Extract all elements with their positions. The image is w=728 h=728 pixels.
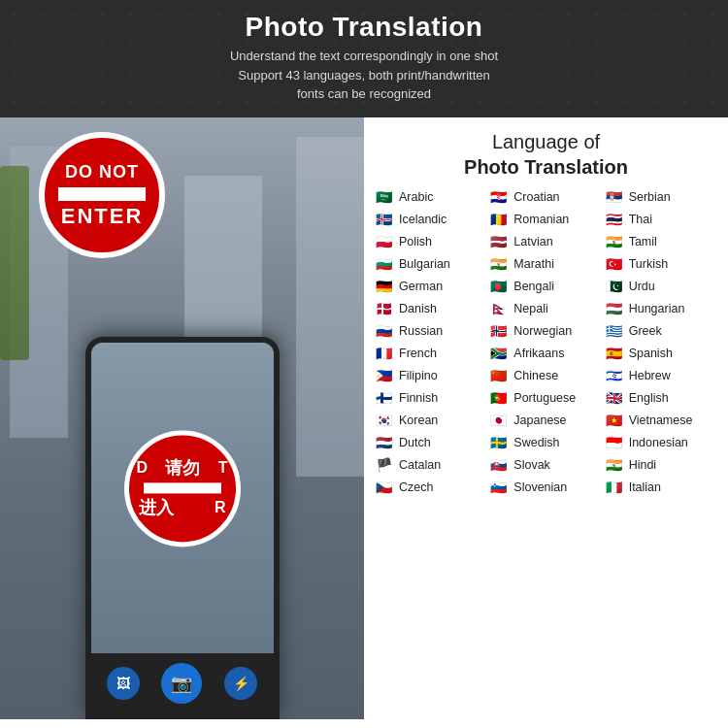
phone-char-t: T — [218, 459, 228, 477]
lang-name: Slovenian — [513, 480, 567, 494]
lang-item-slovak: 🇸🇰Slovak — [488, 455, 603, 475]
lang-item-chinese: 🇨🇳Chinese — [488, 366, 603, 385]
left-panel: DO NOT ENTER — [0, 117, 364, 719]
lang-name: Greek — [629, 324, 662, 338]
lightning-button[interactable]: ⚡ — [224, 667, 257, 700]
phone-sign: D 请勿 T 进入 R — [124, 430, 241, 546]
lang-name: Marathi — [513, 257, 554, 271]
lang-item-japanese: 🇯🇵Japanese — [488, 411, 603, 430]
camera-button[interactable]: 📷 — [161, 663, 202, 704]
lang-item-bengali: 🇧🇩Bengali — [488, 277, 603, 296]
lang-item-hungarian: 🇭🇺Hungarian — [604, 299, 718, 318]
street-background: DO NOT ENTER — [0, 117, 364, 719]
header: Photo Translation Understand the text co… — [0, 0, 728, 117]
lang-item-danish: 🇩🇰Danish — [374, 299, 488, 318]
lang-name: English — [629, 391, 669, 405]
flag-vietnamese: 🇻🇳 — [606, 414, 625, 427]
lang-name: Dutch — [399, 436, 431, 449]
lang-item-catalan: 🏴Catalan — [374, 455, 488, 475]
flag-slovenian: 🇸🇮 — [490, 480, 510, 494]
do-not-enter-sign: DO NOT ENTER — [39, 132, 165, 258]
main-content: DO NOT ENTER — [0, 117, 728, 719]
lang-name: Nepali — [513, 302, 547, 315]
flag-italian: 🇮🇹 — [606, 480, 625, 494]
lang-item-polish: 🇵🇱Polish — [374, 232, 488, 251]
lang-item-hebrew: 🇮🇱Hebrew — [604, 366, 718, 385]
language-grid: 🇸🇦Arabic🇭🇷Croatian🇷🇸Serbian🇮🇸Icelandic🇷🇴… — [374, 187, 718, 497]
lang-item-greek: 🇬🇷Greek — [604, 321, 718, 341]
flag-indonesian: 🇮🇩 — [606, 436, 625, 449]
right-panel: Language of Photo Translation 🇸🇦Arabic🇭🇷… — [364, 117, 728, 719]
flag-english: 🇬🇧 — [606, 391, 625, 405]
phone-controls: 🖼 📷 ⚡ — [91, 653, 274, 713]
flag-chinese: 🇨🇳 — [490, 369, 510, 382]
phone-white-bar — [144, 482, 221, 493]
lang-name: Urdu — [629, 280, 655, 293]
lang-name: Bengali — [513, 280, 554, 293]
flag-afrikaans: 🇿🇦 — [490, 347, 510, 360]
lang-name: Italian — [629, 480, 661, 494]
flag-croatian: 🇭🇷 — [490, 190, 510, 204]
flag-dutch: 🇳🇱 — [376, 436, 395, 449]
lang-name: Bulgarian — [399, 257, 450, 271]
flag-german: 🇩🇪 — [376, 280, 395, 293]
flag-russian: 🇷🇺 — [376, 324, 395, 338]
lang-name: Hungarian — [629, 302, 685, 315]
lang-item-norwegian: 🇳🇴Norwegian — [488, 321, 603, 341]
lang-item-thai: 🇹🇭Thai — [604, 210, 718, 229]
lang-name: Serbian — [629, 190, 671, 204]
lang-name: Vietnamese — [629, 414, 693, 427]
lang-name: Czech — [399, 480, 433, 494]
flag-turkish: 🇹🇷 — [606, 257, 625, 271]
lang-item-english: 🇬🇧English — [604, 388, 718, 408]
lang-name: Norwegian — [513, 324, 572, 338]
lang-item-marathi: 🇮🇳Marathi — [488, 254, 603, 274]
flag-tamil: 🇮🇳 — [606, 235, 625, 248]
phone-device: D 请勿 T 进入 R — [85, 337, 280, 719]
lang-name: Tamil — [629, 235, 657, 248]
lang-item-hindi: 🇮🇳Hindi — [604, 455, 718, 475]
gallery-button[interactable]: 🖼 — [107, 667, 140, 700]
lang-name: Catalan — [399, 458, 441, 472]
lang-item-filipino: 🇵🇭Filipino — [374, 366, 488, 385]
lang-item-swedish: 🇸🇪Swedish — [488, 433, 603, 452]
lang-name: Hebrew — [629, 369, 671, 382]
lang-item-serbian: 🇷🇸Serbian — [604, 187, 718, 207]
lang-item-russian: 🇷🇺Russian — [374, 321, 488, 341]
flag-catalan: 🏴 — [376, 458, 395, 472]
lang-name: Chinese — [513, 369, 558, 382]
lang-item-afrikaans: 🇿🇦Afrikaans — [488, 344, 603, 363]
lang-item-urdu: 🇵🇰Urdu — [604, 277, 718, 296]
flag-japanese: 🇯🇵 — [490, 414, 510, 427]
phone-char-d: D — [137, 459, 149, 477]
lang-item-romanian: 🇷🇴Romanian — [488, 210, 603, 229]
flag-urdu: 🇵🇰 — [606, 280, 625, 293]
lang-item-indonesian: 🇮🇩Indonesian — [604, 433, 718, 452]
flag-icelandic: 🇮🇸 — [376, 213, 395, 226]
lang-name: Icelandic — [399, 213, 447, 226]
flag-arabic: 🇸🇦 — [376, 190, 395, 204]
phone-char-r: R — [215, 499, 226, 516]
lang-name: Croatian — [513, 190, 559, 204]
lang-item-bulgarian: 🇧🇬Bulgarian — [374, 254, 488, 274]
flag-czech: 🇨🇿 — [376, 480, 395, 494]
lang-name: Finnish — [399, 391, 438, 405]
lang-item-french: 🇫🇷French — [374, 344, 488, 363]
lang-item-nepali: 🇳🇵Nepali — [488, 299, 603, 318]
lang-name: Slovak — [513, 458, 550, 472]
language-title: Language of Photo Translation — [374, 129, 718, 180]
flag-serbian: 🇷🇸 — [606, 190, 625, 204]
flag-korean: 🇰🇷 — [376, 414, 395, 427]
subtitle: Understand the text correspondingly in o… — [19, 47, 709, 104]
lang-name: German — [399, 280, 443, 293]
lang-name: Romanian — [513, 213, 569, 226]
lang-name: Turkish — [629, 257, 669, 271]
flag-spanish: 🇪🇸 — [606, 347, 625, 360]
lang-item-portuguese: 🇵🇹Portuguese — [488, 388, 603, 408]
lang-name: Portuguese — [513, 391, 576, 405]
lang-name: Swedish — [513, 436, 559, 449]
flag-slovak: 🇸🇰 — [490, 458, 510, 472]
flag-marathi: 🇮🇳 — [490, 257, 510, 271]
lang-item-tamil: 🇮🇳Tamil — [604, 232, 718, 251]
lang-item-dutch: 🇳🇱Dutch — [374, 433, 488, 452]
